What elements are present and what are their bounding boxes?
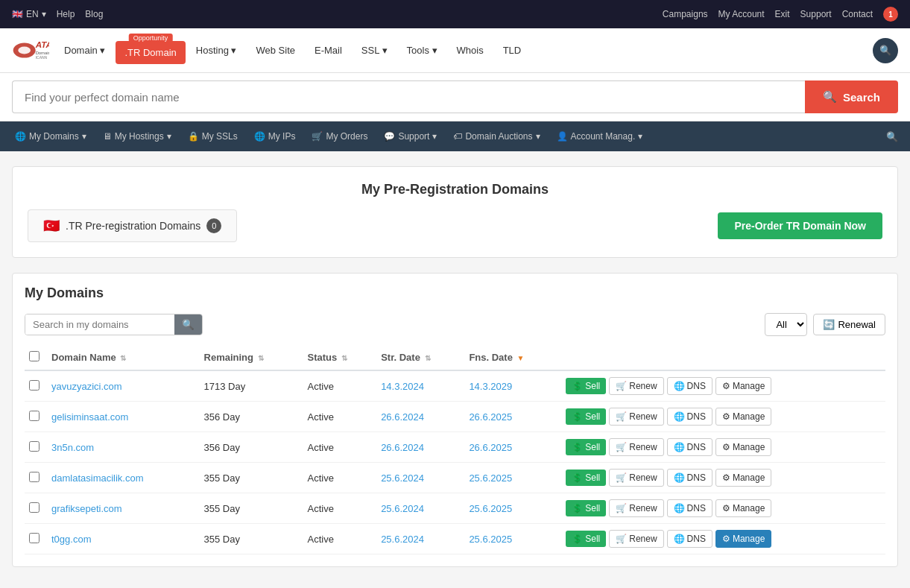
sort-fnsdate-icon[interactable]: ▼ xyxy=(517,354,525,362)
preorder-tr-domain-button[interactable]: Pre-Order TR Domain Now xyxy=(718,212,882,239)
dns-icon-0: 🌐 xyxy=(674,381,685,391)
domain-link-1[interactable]: gelisiminsaat.com xyxy=(51,411,128,423)
sell-button-3[interactable]: 💲 Sell xyxy=(566,470,606,486)
row-fnsdate-3[interactable]: 25.6.2025 xyxy=(469,472,512,484)
secnav-my-domains[interactable]: 🌐 My Domains ▾ xyxy=(7,127,94,146)
row-status-cell: Active xyxy=(303,402,377,432)
domain-link-2[interactable]: 3n5n.com xyxy=(51,442,94,453)
sort-domain-icon[interactable]: ⇅ xyxy=(120,354,126,362)
support-link[interactable]: Support xyxy=(800,9,832,19)
domain-link-3[interactable]: damlatasimacilik.com xyxy=(51,472,144,484)
renew-button-5[interactable]: 🛒 Renew xyxy=(609,530,663,548)
nav-ssl[interactable]: SSL ▾ xyxy=(353,39,396,62)
sort-remaining-icon[interactable]: ⇅ xyxy=(258,354,264,362)
renew-button-1[interactable]: 🛒 Renew xyxy=(609,408,663,426)
nav-website[interactable]: Web Site xyxy=(247,39,304,62)
row-strdate-4[interactable]: 25.6.2024 xyxy=(381,503,424,514)
secnav-my-hostings[interactable]: 🖥 My Hostings ▾ xyxy=(95,127,179,146)
sell-button-0[interactable]: 💲 Sell xyxy=(566,378,606,394)
help-link[interactable]: Help xyxy=(57,9,75,19)
renew-button-2[interactable]: 🛒 Renew xyxy=(609,438,663,456)
row-strdate-0[interactable]: 14.3.2024 xyxy=(381,381,424,392)
row-checkbox-4[interactable] xyxy=(29,502,40,513)
nav-email[interactable]: E-Mail xyxy=(306,39,351,62)
domain-search-button[interactable]: 🔍 xyxy=(174,314,202,335)
dns-button-1[interactable]: 🌐 DNS xyxy=(667,408,712,426)
secnav-my-ips[interactable]: 🌐 My IPs xyxy=(247,127,303,146)
renew-button-4[interactable]: 🛒 Renew xyxy=(609,499,663,517)
blog-link[interactable]: Blog xyxy=(85,9,103,19)
secnav-search[interactable]: 🔍 xyxy=(882,127,903,147)
manage-button-5[interactable]: ⚙ Manage xyxy=(715,530,771,548)
domain-search-input[interactable] xyxy=(12,80,805,113)
sell-button-2[interactable]: 💲 Sell xyxy=(566,439,606,455)
row-fnsdate-5[interactable]: 25.6.2025 xyxy=(469,534,512,545)
select-all-checkbox[interactable] xyxy=(29,351,40,361)
dns-button-2[interactable]: 🌐 DNS xyxy=(667,438,712,456)
row-checkbox-5[interactable] xyxy=(29,533,40,543)
nav-hosting[interactable]: Hosting ▾ xyxy=(187,39,246,62)
renew-button-3[interactable]: 🛒 Renew xyxy=(609,469,663,487)
dns-button-5[interactable]: 🌐 DNS xyxy=(667,530,712,548)
row-strdate-2[interactable]: 26.6.2024 xyxy=(381,442,424,453)
exit-link[interactable]: Exit xyxy=(775,9,790,19)
sort-strdate-icon[interactable]: ⇅ xyxy=(425,354,431,362)
manage-button-2[interactable]: ⚙ Manage xyxy=(715,438,771,456)
cart-icon[interactable]: 1 xyxy=(883,7,898,22)
nav-search-btn[interactable]: 🔍 xyxy=(873,38,898,63)
row-status-5: Active xyxy=(308,534,334,545)
secnav-my-orders[interactable]: 🛒 My Orders xyxy=(304,127,375,146)
manage-button-3[interactable]: ⚙ Manage xyxy=(715,469,771,487)
row-checkbox-1[interactable] xyxy=(29,411,40,421)
sell-button-1[interactable]: 💲 Sell xyxy=(566,408,606,425)
logo[interactable]: ATAK Domain & Hosting ICANN xyxy=(12,36,49,66)
row-strdate-1[interactable]: 26.6.2024 xyxy=(381,411,424,423)
domain-search-button[interactable]: 🔍 Search xyxy=(805,80,898,113)
domain-link-5[interactable]: t0gg.com xyxy=(51,534,91,545)
action-buttons-0: 💲 Sell 🛒 Renew 🌐 DNS ⚙ Manage xyxy=(566,377,881,395)
manage-button-1[interactable]: ⚙ Manage xyxy=(715,408,771,426)
my-domains-section: My Domains 🔍 All 🔄 Renewal xyxy=(12,273,898,567)
renewal-button[interactable]: 🔄 Renewal xyxy=(813,314,885,335)
domain-link-4[interactable]: grafiksepeti.com xyxy=(51,503,122,514)
dns-button-0[interactable]: 🌐 DNS xyxy=(667,377,712,395)
row-actions-cell: 💲 Sell 🛒 Renew 🌐 DNS ⚙ Manage xyxy=(561,524,885,554)
row-strdate-5[interactable]: 25.6.2024 xyxy=(381,534,424,545)
row-checkbox-2[interactable] xyxy=(29,441,40,452)
table-header-row: Domain Name ⇅ Remaining ⇅ Status ⇅ Str. … xyxy=(25,345,885,370)
sell-button-4[interactable]: 💲 Sell xyxy=(566,500,606,516)
row-checkbox-3[interactable] xyxy=(29,472,40,482)
secnav-domain-auctions[interactable]: 🏷 Domain Auctions ▾ xyxy=(446,127,547,146)
row-fnsdate-2[interactable]: 26.6.2025 xyxy=(469,442,512,453)
sell-button-5[interactable]: 💲 Sell xyxy=(566,531,606,547)
row-fnsdate-1[interactable]: 26.6.2025 xyxy=(469,411,512,423)
nav-whois[interactable]: Whois xyxy=(448,39,493,62)
my-account-link[interactable]: My Account xyxy=(718,9,765,19)
nav-tld[interactable]: TLD xyxy=(494,39,531,62)
secnav-account-manag[interactable]: 👤 Account Manag. ▾ xyxy=(549,127,651,146)
nav-domain[interactable]: Domain ▾ xyxy=(55,39,114,62)
row-fnsdate-0[interactable]: 14.3.2029 xyxy=(469,381,512,392)
row-strdate-3[interactable]: 25.6.2024 xyxy=(381,472,424,484)
secnav-support[interactable]: 💬 Support ▾ xyxy=(376,127,444,146)
row-fnsdate-cell: 14.3.2029 xyxy=(464,370,561,402)
dns-button-4[interactable]: 🌐 DNS xyxy=(667,499,712,517)
campaigns-link[interactable]: Campaigns xyxy=(663,9,708,19)
dns-button-3[interactable]: 🌐 DNS xyxy=(667,469,712,487)
manage-button-4[interactable]: ⚙ Manage xyxy=(715,499,771,517)
domain-link-0[interactable]: yavuzyazici.com xyxy=(51,381,122,392)
th-checkbox xyxy=(25,345,47,370)
secnav-my-ssls[interactable]: 🔒 My SSLs xyxy=(180,127,245,146)
manage-button-0[interactable]: ⚙ Manage xyxy=(715,377,771,395)
renew-button-0[interactable]: 🛒 Renew xyxy=(609,377,663,395)
svg-text:Domain & Hosting: Domain & Hosting xyxy=(36,50,49,54)
row-fnsdate-4[interactable]: 25.6.2025 xyxy=(469,503,512,514)
sort-status-icon[interactable]: ⇅ xyxy=(341,354,347,362)
nav-tr-domain[interactable]: Opportunity .TR Domain xyxy=(116,41,185,64)
row-checkbox-0[interactable] xyxy=(29,380,40,391)
domain-search-input[interactable] xyxy=(25,314,174,335)
nav-tools[interactable]: Tools ▾ xyxy=(398,39,446,62)
domain-filter-select[interactable]: All xyxy=(765,313,807,336)
language-selector[interactable]: 🇬🇧 EN ▾ xyxy=(12,9,46,19)
contact-link[interactable]: Contact xyxy=(842,9,873,19)
